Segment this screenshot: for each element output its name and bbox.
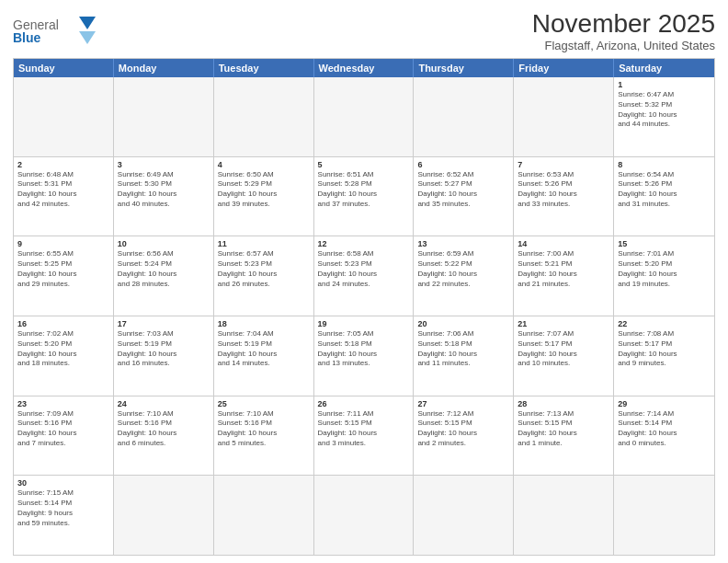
day-info: Sunrise: 7:10 AMSunset: 5:16 PMDaylight:… bbox=[218, 409, 310, 449]
svg-text:Blue: Blue bbox=[13, 30, 41, 45]
day-info: Sunrise: 7:07 AMSunset: 5:17 PMDaylight:… bbox=[518, 329, 609, 369]
calendar-cell-r5-c3 bbox=[314, 476, 415, 555]
calendar-cell-r2-c4: 13Sunrise: 6:59 AMSunset: 5:22 PMDayligh… bbox=[414, 236, 514, 316]
day-info: Sunrise: 7:03 AMSunset: 5:19 PMDaylight:… bbox=[118, 329, 210, 369]
day-info: Sunrise: 6:59 AMSunset: 5:22 PMDaylight:… bbox=[417, 249, 509, 289]
day-info: Sunrise: 6:49 AMSunset: 5:30 PMDaylight:… bbox=[118, 170, 210, 210]
header-saturday: Saturday bbox=[614, 59, 714, 77]
day-number: 21 bbox=[518, 319, 609, 328]
day-info: Sunrise: 7:00 AMSunset: 5:21 PMDaylight:… bbox=[518, 249, 609, 289]
calendar-cell-r1-c2: 4Sunrise: 6:50 AMSunset: 5:29 PMDaylight… bbox=[214, 157, 314, 236]
month-year-title: November 2025 bbox=[532, 9, 715, 39]
day-info: Sunrise: 7:12 AMSunset: 5:15 PMDaylight:… bbox=[417, 409, 509, 449]
calendar-cell-r3-c0: 16Sunrise: 7:02 AMSunset: 5:20 PMDayligh… bbox=[14, 316, 114, 396]
logo: General Blue bbox=[13, 9, 96, 50]
day-number: 25 bbox=[218, 399, 310, 408]
calendar-cell-r3-c2: 18Sunrise: 7:04 AMSunset: 5:19 PMDayligh… bbox=[214, 316, 314, 396]
day-info: Sunrise: 6:56 AMSunset: 5:24 PMDaylight:… bbox=[118, 249, 210, 289]
calendar-cell-r5-c5 bbox=[514, 476, 614, 555]
day-info: Sunrise: 7:04 AMSunset: 5:19 PMDaylight:… bbox=[218, 329, 310, 369]
calendar-cell-r5-c6 bbox=[614, 476, 714, 555]
day-info: Sunrise: 6:58 AMSunset: 5:23 PMDaylight:… bbox=[318, 249, 410, 289]
day-number: 2 bbox=[17, 160, 109, 169]
day-info: Sunrise: 7:10 AMSunset: 5:16 PMDaylight:… bbox=[118, 409, 210, 449]
day-info: Sunrise: 6:50 AMSunset: 5:29 PMDaylight:… bbox=[218, 170, 310, 210]
calendar-cell-r4-c4: 27Sunrise: 7:12 AMSunset: 5:15 PMDayligh… bbox=[414, 396, 514, 476]
day-number: 23 bbox=[17, 399, 109, 408]
day-info: Sunrise: 7:02 AMSunset: 5:20 PMDaylight:… bbox=[17, 329, 109, 369]
day-number: 10 bbox=[118, 239, 210, 248]
calendar-row-2: 9Sunrise: 6:55 AMSunset: 5:25 PMDaylight… bbox=[14, 236, 714, 316]
header-monday: Monday bbox=[114, 59, 214, 77]
svg-marker-3 bbox=[79, 31, 96, 44]
day-number: 27 bbox=[417, 399, 509, 408]
calendar-cell-r0-c6: 1Sunrise: 6:47 AMSunset: 5:32 PMDaylight… bbox=[614, 77, 714, 156]
day-number: 19 bbox=[318, 319, 410, 328]
day-info: Sunrise: 6:52 AMSunset: 5:27 PMDaylight:… bbox=[417, 170, 509, 210]
calendar-cell-r1-c0: 2Sunrise: 6:48 AMSunset: 5:31 PMDaylight… bbox=[14, 157, 114, 236]
calendar-cell-r2-c5: 14Sunrise: 7:00 AMSunset: 5:21 PMDayligh… bbox=[514, 236, 614, 316]
calendar-cell-r4-c6: 29Sunrise: 7:14 AMSunset: 5:14 PMDayligh… bbox=[614, 396, 714, 476]
day-number: 24 bbox=[118, 399, 210, 408]
day-number: 1 bbox=[618, 80, 711, 89]
day-info: Sunrise: 7:01 AMSunset: 5:20 PMDaylight:… bbox=[618, 249, 711, 289]
calendar-cell-r0-c0 bbox=[14, 77, 114, 156]
day-info: Sunrise: 7:15 AMSunset: 5:14 PMDaylight:… bbox=[17, 488, 109, 528]
day-info: Sunrise: 7:09 AMSunset: 5:16 PMDaylight:… bbox=[17, 409, 109, 449]
calendar-cell-r3-c1: 17Sunrise: 7:03 AMSunset: 5:19 PMDayligh… bbox=[114, 316, 214, 396]
header-sunday: Sunday bbox=[14, 59, 114, 77]
header: General Blue November 2025 Flagstaff, Ar… bbox=[13, 9, 715, 52]
calendar-cell-r5-c4 bbox=[414, 476, 514, 555]
day-number: 28 bbox=[518, 399, 609, 408]
day-number: 6 bbox=[417, 160, 509, 169]
header-tuesday: Tuesday bbox=[214, 59, 314, 77]
calendar-cell-r1-c3: 5Sunrise: 6:51 AMSunset: 5:28 PMDaylight… bbox=[314, 157, 415, 236]
header-wednesday: Wednesday bbox=[314, 59, 415, 77]
day-number: 3 bbox=[118, 160, 210, 169]
calendar-cell-r1-c5: 7Sunrise: 6:53 AMSunset: 5:26 PMDaylight… bbox=[514, 157, 614, 236]
calendar-cell-r0-c5 bbox=[514, 77, 614, 156]
day-info: Sunrise: 7:14 AMSunset: 5:14 PMDaylight:… bbox=[618, 409, 711, 449]
calendar-row-3: 16Sunrise: 7:02 AMSunset: 5:20 PMDayligh… bbox=[14, 316, 714, 396]
day-number: 13 bbox=[417, 239, 509, 248]
calendar-cell-r3-c6: 22Sunrise: 7:08 AMSunset: 5:17 PMDayligh… bbox=[614, 316, 714, 396]
day-number: 9 bbox=[17, 239, 109, 248]
day-number: 15 bbox=[618, 239, 711, 248]
calendar-cell-r3-c3: 19Sunrise: 7:05 AMSunset: 5:18 PMDayligh… bbox=[314, 316, 415, 396]
day-info: Sunrise: 6:51 AMSunset: 5:28 PMDaylight:… bbox=[318, 170, 410, 210]
day-number: 26 bbox=[318, 399, 410, 408]
calendar-cell-r2-c3: 12Sunrise: 6:58 AMSunset: 5:23 PMDayligh… bbox=[314, 236, 415, 316]
calendar-cell-r1-c1: 3Sunrise: 6:49 AMSunset: 5:30 PMDaylight… bbox=[114, 157, 214, 236]
day-info: Sunrise: 6:47 AMSunset: 5:32 PMDaylight:… bbox=[618, 90, 711, 130]
day-info: Sunrise: 6:48 AMSunset: 5:31 PMDaylight:… bbox=[17, 170, 109, 210]
calendar-cell-r1-c6: 8Sunrise: 6:54 AMSunset: 5:26 PMDaylight… bbox=[614, 157, 714, 236]
calendar-cell-r0-c4 bbox=[414, 77, 514, 156]
day-number: 4 bbox=[218, 160, 310, 169]
day-info: Sunrise: 6:57 AMSunset: 5:23 PMDaylight:… bbox=[218, 249, 310, 289]
day-number: 29 bbox=[618, 399, 711, 408]
calendar-cell-r2-c6: 15Sunrise: 7:01 AMSunset: 5:20 PMDayligh… bbox=[614, 236, 714, 316]
header-friday: Friday bbox=[514, 59, 614, 77]
day-number: 18 bbox=[218, 319, 310, 328]
day-number: 20 bbox=[417, 319, 509, 328]
calendar-cell-r5-c1 bbox=[114, 476, 214, 555]
calendar-cell-r0-c3 bbox=[314, 77, 415, 156]
header-thursday: Thursday bbox=[414, 59, 514, 77]
calendar-cell-r4-c3: 26Sunrise: 7:11 AMSunset: 5:15 PMDayligh… bbox=[314, 396, 415, 476]
day-info: Sunrise: 7:05 AMSunset: 5:18 PMDaylight:… bbox=[318, 329, 410, 369]
page: General Blue November 2025 Flagstaff, Ar… bbox=[0, 0, 728, 563]
day-info: Sunrise: 7:13 AMSunset: 5:15 PMDaylight:… bbox=[518, 409, 609, 449]
day-info: Sunrise: 7:11 AMSunset: 5:15 PMDaylight:… bbox=[318, 409, 410, 449]
day-number: 5 bbox=[318, 160, 410, 169]
day-info: Sunrise: 7:08 AMSunset: 5:17 PMDaylight:… bbox=[618, 329, 711, 369]
calendar-row-0: 1Sunrise: 6:47 AMSunset: 5:32 PMDaylight… bbox=[14, 77, 714, 156]
calendar-cell-r3-c5: 21Sunrise: 7:07 AMSunset: 5:17 PMDayligh… bbox=[514, 316, 614, 396]
day-number: 8 bbox=[618, 160, 711, 169]
calendar-cell-r5-c2 bbox=[214, 476, 314, 555]
day-number: 16 bbox=[17, 319, 109, 328]
svg-marker-2 bbox=[79, 17, 96, 29]
calendar-cell-r4-c2: 25Sunrise: 7:10 AMSunset: 5:16 PMDayligh… bbox=[214, 396, 314, 476]
day-number: 30 bbox=[17, 478, 109, 488]
calendar-cell-r2-c0: 9Sunrise: 6:55 AMSunset: 5:25 PMDaylight… bbox=[14, 236, 114, 316]
calendar-cell-r5-c0: 30Sunrise: 7:15 AMSunset: 5:14 PMDayligh… bbox=[14, 476, 114, 555]
